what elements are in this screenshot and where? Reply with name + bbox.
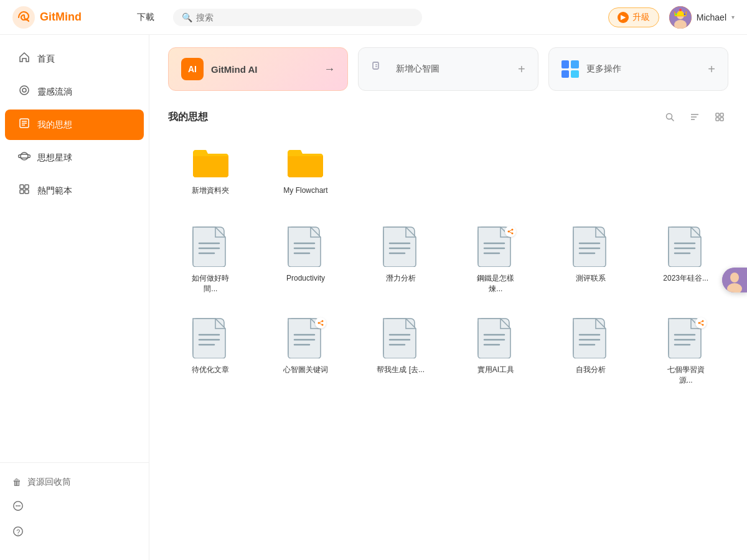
search-icon: 🔍 <box>182 12 192 22</box>
file-name: 七個學習資源... <box>661 365 711 386</box>
avatar-image <box>669 6 692 29</box>
file-item[interactable]: 帮我生成 [去... <box>358 311 443 391</box>
file-item[interactable]: Productivity <box>263 220 349 299</box>
more-ops-card[interactable]: 更多操作 + <box>548 47 728 91</box>
folder-flowchart-icon <box>284 143 327 180</box>
logo-area: GitMind <box>12 6 125 29</box>
folder-flowchart-label: My Flowchart <box>283 185 327 196</box>
row-spacer-2 <box>453 138 538 201</box>
svg-rect-36 <box>720 118 723 121</box>
svg-line-60 <box>509 230 512 231</box>
svg-rect-17 <box>20 190 24 194</box>
svg-point-21 <box>17 505 19 506</box>
doc-icon <box>189 316 232 360</box>
main-layout: 首頁 靈感流淌 我的思想 思想星球 熱門範本 <box>0 35 747 560</box>
file-item[interactable]: 如何做好時間... <box>168 220 253 299</box>
sidebar-footer-help[interactable]: ? <box>0 520 149 545</box>
header: GitMind 下載 🔍 ▶ 升級 <box>0 0 747 35</box>
chevron-down-icon: ▾ <box>731 14 735 21</box>
sidebar-item-templates-label: 熱門範本 <box>37 185 72 197</box>
sidebar-item-templates[interactable]: 熱門範本 <box>5 175 144 206</box>
doc-icon <box>189 225 232 268</box>
files-grid: 新增資料夾 My Flowchart <box>168 138 728 201</box>
more-ops-label: 更多操作 <box>586 63 621 75</box>
svg-point-8 <box>22 88 26 92</box>
search-box[interactable]: 🔍 <box>173 9 422 26</box>
ai-icon-box: AI <box>181 58 204 80</box>
sidebar-item-mythoughts-label: 我的思想 <box>37 119 72 131</box>
user-area[interactable]: Michael ▾ <box>669 6 735 29</box>
avatar <box>669 6 692 29</box>
gitmind-ai-card[interactable]: AI GitMind AI → <box>168 47 348 91</box>
templates-icon <box>17 183 31 198</box>
sidebar-item-planet-label: 思想星球 <box>37 152 72 164</box>
file-item[interactable]: 測评联系 <box>548 220 634 299</box>
search-toggle-button[interactable] <box>661 108 679 126</box>
doc-icon <box>474 225 517 268</box>
sort-button[interactable] <box>686 108 703 126</box>
sidebar-item-mythoughts[interactable]: 我的思想 <box>5 110 144 140</box>
search-input[interactable] <box>196 12 413 22</box>
floating-avatar-image <box>722 268 747 292</box>
doc-icon <box>664 316 708 360</box>
doc-icon <box>284 316 327 360</box>
row-spacer-1 <box>358 138 443 201</box>
ai-icon-text: AI <box>188 64 197 74</box>
new-mindmap-card[interactable]: 新增心智圖 + <box>358 47 538 91</box>
upgrade-button[interactable]: ▶ 升級 <box>608 7 659 27</box>
svg-point-0 <box>12 6 35 29</box>
folder-new[interactable]: 新增資料夾 <box>168 138 253 201</box>
doc-icon <box>284 225 327 268</box>
svg-rect-16 <box>25 185 29 189</box>
svg-point-20 <box>16 505 17 506</box>
header-nav: 下載 <box>137 12 154 23</box>
file-item[interactable]: 2023年硅谷... <box>643 220 728 299</box>
ai-card-label: GitMind AI <box>211 64 257 75</box>
nav-download[interactable]: 下載 <box>137 12 154 23</box>
ai-card-arrow: → <box>324 63 335 76</box>
header-right: ▶ 升級 Michael ▾ <box>608 6 735 29</box>
file-item[interactable]: 自我分析 <box>548 311 634 391</box>
trash-label: 資源回收筒 <box>27 477 71 488</box>
sidebar-item-inspiration-label: 靈感流淌 <box>37 86 72 98</box>
folder-new-icon <box>189 143 232 180</box>
sidebar-item-planet[interactable]: 思想星球 <box>5 142 144 173</box>
file-name: Productivity <box>286 273 325 284</box>
file-item[interactable]: 七個學習資源... <box>643 311 728 391</box>
doc-icon <box>664 225 708 268</box>
sidebar-item-home[interactable]: 首頁 <box>5 44 144 74</box>
new-mindmap-plus: + <box>518 62 525 77</box>
quick-actions: AI GitMind AI → 新增心智圖 + <box>168 47 728 91</box>
file-name: 待优化文章 <box>192 365 229 375</box>
file-name: 帮我生成 [去... <box>377 365 425 375</box>
share-badge <box>695 317 707 329</box>
sidebar-footer-trash[interactable]: 🗑 資源回收筒 <box>0 470 149 494</box>
svg-line-86 <box>319 323 322 325</box>
doc-icon <box>379 316 423 360</box>
svg-rect-34 <box>720 113 723 116</box>
file-name: 如何做好時間... <box>186 273 235 294</box>
file-item[interactable]: 實用AI工具 <box>453 311 538 391</box>
doc-icon <box>474 316 517 360</box>
more-ops-plus: + <box>708 62 715 77</box>
svg-point-113 <box>730 273 739 282</box>
content-area: AI GitMind AI → 新增心智圖 + <box>149 35 747 560</box>
section-actions <box>661 108 728 126</box>
sidebar-item-inspiration[interactable]: 靈感流淌 <box>5 77 144 107</box>
svg-rect-18 <box>25 190 29 194</box>
file-item[interactable]: 潛力分析 <box>358 220 443 299</box>
file-name: 2023年硅谷... <box>663 273 708 284</box>
floating-avatar[interactable] <box>722 268 747 292</box>
file-item[interactable]: 鋼鐵是怎樣煉... <box>453 220 538 299</box>
svg-line-29 <box>672 119 674 121</box>
upgrade-icon: ▶ <box>618 12 629 23</box>
sidebar-footer-chat[interactable] <box>0 494 149 520</box>
folder-flowchart[interactable]: My Flowchart <box>263 138 349 201</box>
file-item[interactable]: 待优化文章 <box>168 311 253 391</box>
file-item[interactable]: 心智圖关键词 <box>263 311 349 391</box>
logo-icon <box>12 6 35 29</box>
view-toggle-button[interactable] <box>711 108 728 126</box>
sidebar-item-home-label: 首頁 <box>37 54 55 65</box>
svg-rect-25 <box>373 62 378 69</box>
share-badge <box>315 317 326 329</box>
